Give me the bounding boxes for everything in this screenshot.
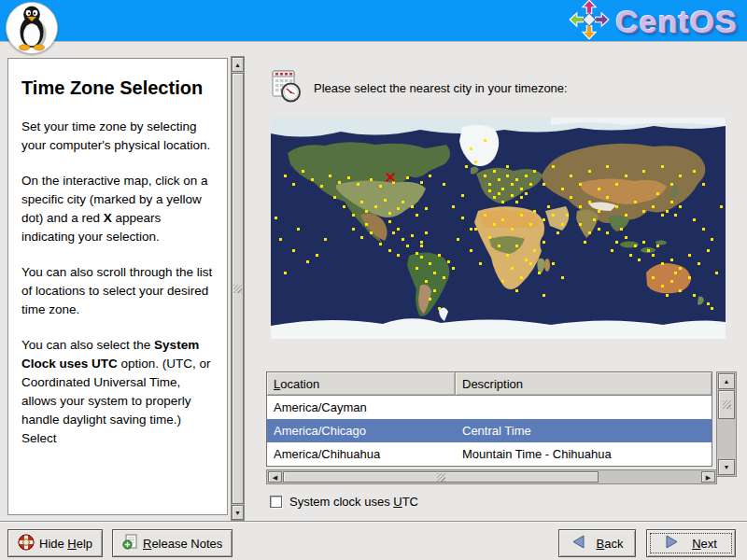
city-dot[interactable] <box>579 205 582 208</box>
city-dot[interactable] <box>615 183 618 186</box>
city-dot[interactable] <box>447 260 450 263</box>
city-dot[interactable] <box>566 214 569 217</box>
city-dot[interactable] <box>388 249 391 252</box>
city-dot[interactable] <box>501 201 504 203</box>
city-dot[interactable] <box>588 201 591 203</box>
column-header-location[interactable]: Location <box>267 372 456 396</box>
city-dot[interactable] <box>533 249 536 252</box>
city-dot[interactable] <box>425 231 428 234</box>
city-dot[interactable] <box>538 272 541 274</box>
city-dot[interactable] <box>611 249 613 252</box>
city-dot[interactable] <box>302 170 304 173</box>
city-dot[interactable] <box>702 228 705 231</box>
city-dot[interactable] <box>388 212 391 215</box>
scroll-down-button[interactable]: ▼ <box>232 505 244 520</box>
hide-help-button[interactable]: Hide Help <box>7 529 103 557</box>
city-dot[interactable] <box>433 272 436 274</box>
city-dot[interactable] <box>647 249 650 252</box>
city-dot[interactable] <box>570 196 572 199</box>
city-dot[interactable] <box>525 192 528 195</box>
city-dot[interactable] <box>470 147 472 150</box>
city-dot[interactable] <box>379 185 382 188</box>
city-dot[interactable] <box>498 192 500 195</box>
city-dot[interactable] <box>498 178 500 181</box>
city-dot[interactable] <box>465 165 468 168</box>
city-dot[interactable] <box>656 245 659 247</box>
city-dot[interactable] <box>543 183 545 186</box>
city-dot[interactable] <box>370 231 373 234</box>
city-dot[interactable] <box>620 228 623 231</box>
city-dot[interactable] <box>297 228 300 231</box>
city-dot[interactable] <box>661 262 664 265</box>
city-dot[interactable] <box>670 183 673 186</box>
city-dot[interactable] <box>561 276 564 279</box>
city-dot[interactable] <box>370 178 373 181</box>
city-dot[interactable] <box>515 289 518 292</box>
city-dot[interactable] <box>402 201 404 203</box>
city-dot[interactable] <box>520 276 523 279</box>
city-dot[interactable] <box>498 245 500 247</box>
city-dot[interactable] <box>284 175 287 177</box>
city-dot[interactable] <box>598 188 600 190</box>
city-dot[interactable] <box>352 214 355 217</box>
city-dot[interactable] <box>615 205 618 208</box>
city-dot[interactable] <box>493 223 496 226</box>
city-dot[interactable] <box>470 249 472 252</box>
city-dot[interactable] <box>457 238 459 241</box>
city-dot[interactable] <box>625 236 627 239</box>
city-dot[interactable] <box>615 241 618 244</box>
city-dot[interactable] <box>360 201 363 203</box>
city-dot[interactable] <box>670 280 673 283</box>
city-dot[interactable] <box>520 188 523 190</box>
city-dot[interactable] <box>284 272 287 274</box>
city-dot[interactable] <box>529 223 532 226</box>
city-dot[interactable] <box>416 267 418 270</box>
city-dot[interactable] <box>679 205 682 208</box>
city-dot[interactable] <box>642 170 645 173</box>
city-dot[interactable] <box>688 254 691 257</box>
city-dot[interactable] <box>679 175 682 177</box>
city-dot[interactable] <box>711 307 713 310</box>
city-dot[interactable] <box>529 183 532 186</box>
city-dot[interactable] <box>338 181 341 184</box>
city-dot[interactable] <box>593 218 596 221</box>
city-dot[interactable] <box>679 267 682 270</box>
city-dot[interactable] <box>411 205 414 208</box>
scroll-left-button[interactable]: ◀ <box>268 471 282 483</box>
city-dot[interactable] <box>515 245 518 247</box>
city-dot[interactable] <box>306 260 309 263</box>
city-dot[interactable] <box>416 252 418 255</box>
city-dot[interactable] <box>433 289 436 292</box>
city-dot[interactable] <box>642 241 645 244</box>
city-dot[interactable] <box>552 165 555 168</box>
city-dot[interactable] <box>533 210 536 213</box>
city-dot[interactable] <box>461 217 464 219</box>
city-dot[interactable] <box>365 210 368 213</box>
city-dot[interactable] <box>629 254 632 257</box>
city-dot[interactable] <box>420 241 423 244</box>
city-dot[interactable] <box>452 267 455 270</box>
city-dot[interactable] <box>429 262 431 265</box>
city-dot[interactable] <box>438 254 441 257</box>
city-dot[interactable] <box>329 175 331 177</box>
scroll-up-button[interactable]: ▲ <box>718 373 735 389</box>
city-dot[interactable] <box>598 228 600 231</box>
city-dot[interactable] <box>438 307 441 310</box>
city-dot[interactable] <box>493 196 496 199</box>
city-dot[interactable] <box>543 218 545 221</box>
city-dot[interactable] <box>520 214 523 217</box>
column-header-description[interactable]: Description <box>456 372 712 396</box>
city-dot[interactable] <box>579 183 582 186</box>
city-dot[interactable] <box>484 175 486 177</box>
city-dot[interactable] <box>511 194 514 197</box>
city-dot[interactable] <box>484 214 486 217</box>
city-dot[interactable] <box>443 183 445 186</box>
city-dot[interactable] <box>666 294 669 297</box>
city-dot[interactable] <box>425 280 428 283</box>
city-dot[interactable] <box>279 238 282 241</box>
city-dot[interactable] <box>570 175 572 177</box>
city-dot[interactable] <box>674 214 677 217</box>
city-dot[interactable] <box>406 245 409 247</box>
city-dot[interactable] <box>493 170 496 173</box>
scrollbar-thumb[interactable] <box>232 73 244 504</box>
